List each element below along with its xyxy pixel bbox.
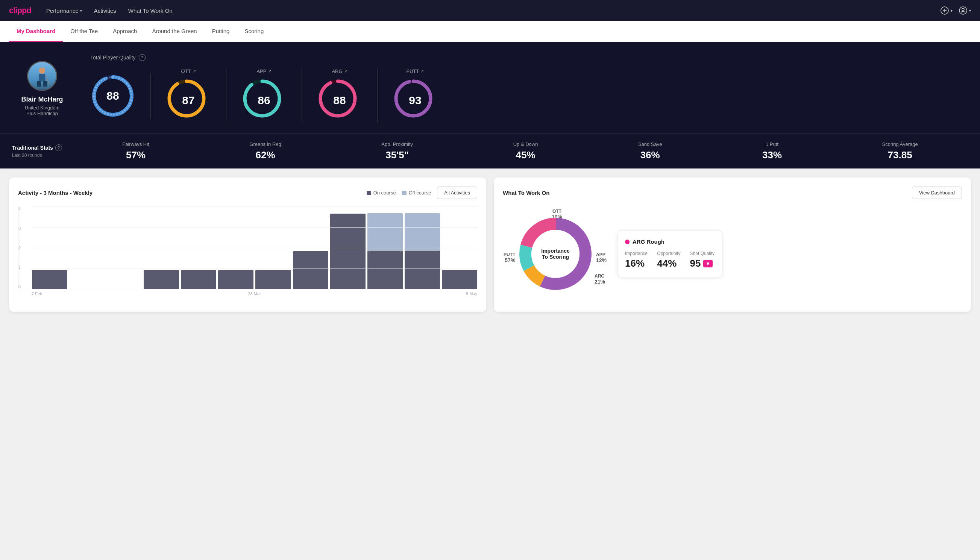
x-label-start: 7 Feb <box>32 292 180 296</box>
stat-sand-label: Sand Save <box>638 142 662 147</box>
stat-updown-value: 45% <box>516 149 535 161</box>
bar-group <box>404 206 440 289</box>
stat-app-prox-value: 35'5" <box>386 149 409 161</box>
stat-1-putt: 1 Putt 33% <box>762 142 782 161</box>
activity-chart-card: Activity - 3 Months - Weekly On course O… <box>9 178 486 312</box>
bar-group <box>442 206 477 289</box>
bar-group <box>32 206 67 289</box>
add-icon[interactable]: ▾ <box>940 6 953 15</box>
importance-value: 16% <box>625 258 645 269</box>
legend-on-course-dot <box>367 191 371 195</box>
trad-stats-help-icon[interactable]: ? <box>55 144 62 151</box>
x-label-end: 9 May <box>329 292 477 296</box>
help-icon[interactable]: ? <box>139 54 146 61</box>
bar-on-course <box>218 270 253 289</box>
bar-on-course <box>255 270 291 289</box>
tab-approach[interactable]: Approach <box>105 21 145 42</box>
importance-label: Importance <box>625 251 647 256</box>
donut-area: OTT 10% APP 12% ARG 21% PUTT <box>503 205 608 303</box>
app-label: APP ↗ <box>256 68 271 74</box>
bar-group <box>293 206 328 289</box>
putt-arrow: ↗ <box>421 69 424 74</box>
bar-group <box>106 206 142 289</box>
bar-group <box>218 206 253 289</box>
bar-group <box>368 206 403 289</box>
bar-on-course <box>330 213 366 289</box>
wtwo-header: What To Work On View Dashboard <box>503 187 962 199</box>
sub-nav: My Dashboard Off the Tee Approach Around… <box>0 21 980 42</box>
putt-label: PUTT ↗ <box>406 68 424 74</box>
what-to-work-on-card: What To Work On View Dashboard OTT 10% A… <box>494 178 971 312</box>
donut-center-line2: To Scoring <box>541 254 569 260</box>
nav-what-to-work-on[interactable]: What To Work On <box>128 8 173 14</box>
stat-fairways-hit: Fairways Hit 57% <box>122 142 149 161</box>
all-activities-button[interactable]: All Activities <box>437 187 477 199</box>
stat-scoring-label: Scoring Average <box>882 142 918 147</box>
nav-performance[interactable]: Performance ▾ <box>46 8 82 14</box>
stat-app-prox-label: App. Proximity <box>381 142 413 147</box>
tab-my-dashboard[interactable]: My Dashboard <box>9 21 63 42</box>
stats-bar: Traditional Stats ? Last 20 rounds Fairw… <box>0 133 980 168</box>
legend-on-course: On course <box>367 190 396 195</box>
avatar <box>27 61 57 91</box>
donut-center-line1: Importance <box>541 248 569 254</box>
putt-circle: 93 <box>393 78 438 123</box>
stat-1putt-label: 1 Putt <box>765 142 779 147</box>
user-icon[interactable]: ▾ <box>958 6 971 15</box>
stat-fairways-value: 57% <box>126 149 146 161</box>
scores-section: Total Player Quality ? 88 <box>90 54 968 123</box>
stats-label: Traditional Stats ? <box>12 144 72 151</box>
bar-off-course <box>404 213 440 251</box>
bar-on-course <box>181 270 216 289</box>
bar-group <box>181 206 216 289</box>
stat-fairways-label: Fairways Hit <box>122 142 149 147</box>
stat-greens-in-reg: Greens In Reg 62% <box>249 142 281 161</box>
stat-sand-save: Sand Save 36% <box>638 142 662 161</box>
app-circle: 86 <box>241 78 286 123</box>
view-dashboard-button[interactable]: View Dashboard <box>912 187 962 199</box>
info-importance: Importance 16% <box>625 251 647 269</box>
svg-point-4 <box>962 8 964 10</box>
stat-1putt-value: 33% <box>762 149 782 161</box>
overall-value: 88 <box>106 90 119 102</box>
ott-label: OTT ↗ <box>181 68 196 74</box>
legend-off-course-dot <box>402 191 406 195</box>
shot-quality-badge: ▼ <box>703 260 713 267</box>
player-info: Blair McHarg United Kingdom Plus Handica… <box>12 61 72 116</box>
tab-putting[interactable]: Putting <box>205 21 237 42</box>
legend-off-course: Off course <box>402 190 431 195</box>
stat-scoring-average: Scoring Average 73.85 <box>882 142 918 161</box>
chart-legend: On course Off course <box>367 190 431 195</box>
tab-off-the-tee[interactable]: Off the Tee <box>63 21 105 42</box>
stats-items: Fairways Hit 57% Greens In Reg 62% App. … <box>72 142 968 161</box>
arg-label: ARG ↗ <box>332 68 347 74</box>
scores-grid: 88 OTT ↗ 87 <box>90 68 968 123</box>
stat-greens-value: 62% <box>256 149 275 161</box>
tab-around-the-green[interactable]: Around the Green <box>145 21 204 42</box>
ott-arrow: ↗ <box>193 69 196 74</box>
stat-updown-label: Up & Down <box>513 142 538 147</box>
app-arrow: ↗ <box>268 69 271 74</box>
info-opportunity: Opportunity 44% <box>657 251 680 269</box>
bar-group <box>255 206 291 289</box>
shot-quality-value: 95 ▼ <box>690 258 713 269</box>
ott-value: 87 <box>182 94 195 107</box>
score-ott: OTT ↗ 87 <box>151 68 226 123</box>
bar-group <box>144 206 179 289</box>
svg-rect-10 <box>43 81 47 87</box>
info-card-title: ARG Rough <box>625 238 714 245</box>
opportunity-value: 44% <box>657 258 677 269</box>
chevron-down-icon: ▾ <box>969 8 971 13</box>
bar-chart: 4 3 2 1 0 7 Feb 28 Mar <box>18 207 477 297</box>
bar-on-course <box>32 270 67 289</box>
player-handicap: Plus Handicap <box>26 110 58 116</box>
tab-scoring[interactable]: Scoring <box>237 21 271 42</box>
player-country: United Kingdom <box>25 105 60 110</box>
score-overall: 88 <box>90 73 151 118</box>
score-arg: ARG ↗ 88 <box>302 68 378 123</box>
stats-sublabel: Last 20 rounds <box>12 153 72 158</box>
hero-section: Blair McHarg United Kingdom Plus Handica… <box>0 42 980 133</box>
nav-activities[interactable]: Activities <box>94 8 116 14</box>
stat-sand-value: 36% <box>641 149 660 161</box>
info-dot <box>625 240 629 244</box>
